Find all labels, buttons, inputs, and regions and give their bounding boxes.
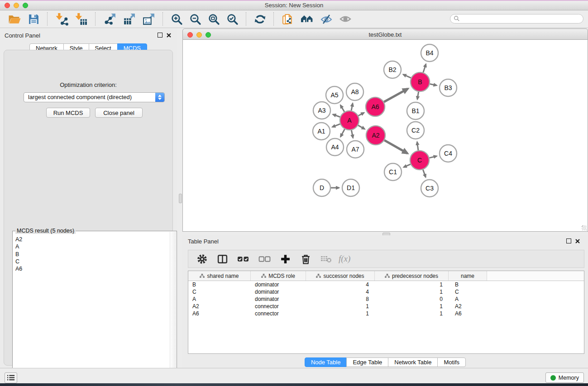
node-A3[interactable]: A3: [313, 102, 330, 119]
mcds-result-item[interactable]: A6: [14, 265, 169, 272]
mcds-result-item[interactable]: A2: [14, 236, 169, 243]
zoom-in-button[interactable]: [169, 12, 185, 26]
edge-A6-B[interactable]: [384, 89, 408, 102]
settings-gear-icon: [196, 253, 208, 265]
edge-A-A3[interactable]: [333, 114, 340, 117]
network-canvas[interactable]: AA1A2A3A4A5A6A7A8BB1B2B3B4CC1C2C3C4DD1: [183, 40, 588, 231]
node-A[interactable]: A: [340, 111, 359, 130]
node-A5[interactable]: A5: [326, 86, 343, 104]
export-table-button[interactable]: [121, 12, 138, 27]
hide-eye-button[interactable]: [318, 12, 335, 26]
mcds-result-item[interactable]: A: [14, 243, 169, 250]
zoom-selected-button[interactable]: [225, 12, 240, 26]
table-cell: A6: [449, 310, 487, 317]
app-titlebar[interactable]: Session: New Session: [0, 1, 588, 10]
node-C3[interactable]: C3: [421, 180, 438, 197]
table-row[interactable]: Cdominator41C: [188, 288, 584, 295]
mcds-result-item[interactable]: B: [14, 251, 169, 258]
select-all-checked-button[interactable]: [234, 254, 252, 264]
edge-A-A1[interactable]: [332, 124, 340, 127]
split-columns-button[interactable]: [214, 253, 231, 266]
edge-A-A7[interactable]: [351, 130, 353, 138]
deselect-all-button[interactable]: [256, 254, 273, 264]
export-network-button[interactable]: [101, 12, 118, 27]
column-header-successor-nodes[interactable]: successor nodes: [306, 271, 375, 281]
tab-motifs[interactable]: Motifs: [437, 357, 466, 367]
node-B3[interactable]: B3: [440, 79, 457, 96]
vertical-splitter-handle[interactable]: [179, 194, 182, 203]
edge-C-C1[interactable]: [404, 164, 411, 167]
table-row[interactable]: Adominator80A: [188, 295, 584, 303]
column-header-MCDS-role[interactable]: MCDS role: [251, 271, 306, 281]
node-B4[interactable]: B4: [421, 44, 438, 62]
save-session-button[interactable]: [26, 12, 42, 26]
column-header-shared-name[interactable]: shared name: [188, 271, 251, 281]
mcds-tab-content: Optimization criterion: largest connecte…: [4, 50, 173, 366]
node-B[interactable]: B: [411, 72, 430, 91]
task-history-button[interactable]: [5, 372, 17, 383]
open-session-button[interactable]: [6, 12, 23, 26]
zoom-fit-button[interactable]: [206, 12, 222, 26]
column-header-name[interactable]: name: [449, 271, 487, 281]
home-overview-button[interactable]: [298, 12, 316, 26]
settings-gear-button[interactable]: [194, 253, 210, 266]
node-B2[interactable]: B2: [384, 61, 401, 78]
scrollbar-track[interactable]: [170, 232, 176, 381]
column-header-predecessor-nodes[interactable]: predecessor nodes: [375, 271, 449, 281]
session-pages-button[interactable]: [280, 12, 296, 26]
edge-A-A6[interactable]: [359, 113, 364, 116]
float-panel-icon[interactable]: [158, 33, 163, 38]
edge-B-B4[interactable]: [423, 64, 426, 72]
edge-A2-C[interactable]: [384, 140, 407, 153]
node-C2[interactable]: C2: [407, 122, 424, 139]
edge-C-C4[interactable]: [429, 156, 436, 158]
run-mcds-button[interactable]: Run MCDS: [46, 108, 90, 118]
edge-B-B2[interactable]: [403, 75, 411, 78]
network-window-titlebar[interactable]: testGlobe.txt: [182, 29, 588, 40]
node-A1[interactable]: A1: [313, 123, 330, 140]
optimization-criterion-dropdown[interactable]: largest connected component (directed): [24, 92, 165, 102]
edge-A-A8[interactable]: [351, 104, 353, 111]
open-session-icon: [8, 13, 21, 25]
import-table-button[interactable]: [73, 12, 90, 27]
float-panel-icon[interactable]: [566, 238, 571, 243]
memory-label: Memory: [559, 375, 579, 381]
node-C[interactable]: C: [410, 151, 429, 170]
edge-A-A2[interactable]: [358, 125, 365, 129]
edge-C-C3[interactable]: [423, 170, 425, 177]
window-resize-grip[interactable]: [582, 225, 587, 230]
zoom-out-button[interactable]: [187, 12, 203, 26]
refresh-button[interactable]: [252, 12, 268, 26]
add-plus-button[interactable]: [277, 253, 294, 266]
node-D1[interactable]: D1: [342, 179, 359, 196]
mcds-result-item[interactable]: C: [14, 258, 169, 265]
table-row[interactable]: Bdominator41B: [188, 281, 584, 288]
tab-edge-table[interactable]: Edge Table: [346, 357, 388, 367]
tab-node-table[interactable]: Node Table: [305, 357, 347, 367]
delete-trash-button[interactable]: [297, 253, 314, 266]
close-panel-icon[interactable]: [167, 33, 171, 38]
tab-network-table[interactable]: Network Table: [388, 357, 438, 367]
node-C1[interactable]: C1: [384, 163, 402, 181]
table-row[interactable]: A2connector11A2: [188, 303, 584, 310]
node-A7[interactable]: A7: [347, 141, 364, 158]
search-input[interactable]: [450, 14, 583, 24]
close-panel-icon[interactable]: [575, 239, 580, 243]
node-A2[interactable]: A2: [366, 126, 385, 145]
edge-B-B3[interactable]: [430, 84, 437, 86]
node-C4[interactable]: C4: [440, 145, 457, 162]
node-D[interactable]: D: [313, 179, 330, 196]
edge-A-A5[interactable]: [340, 105, 344, 112]
table-row[interactable]: A6connector11A6: [188, 310, 584, 317]
node-A6[interactable]: A6: [366, 97, 385, 116]
import-network-button[interactable]: [53, 12, 70, 27]
node-A4[interactable]: A4: [326, 138, 344, 156]
close-panel-button[interactable]: Close panel: [95, 108, 143, 118]
edge-A-A4[interactable]: [340, 129, 344, 137]
edge-C-C2[interactable]: [417, 142, 419, 150]
node-B1[interactable]: B1: [407, 102, 424, 119]
export-image-button[interactable]: [140, 12, 157, 27]
edge-B-B1[interactable]: [417, 92, 419, 100]
node-A8[interactable]: A8: [346, 83, 363, 100]
memory-button[interactable]: Memory: [545, 372, 584, 383]
